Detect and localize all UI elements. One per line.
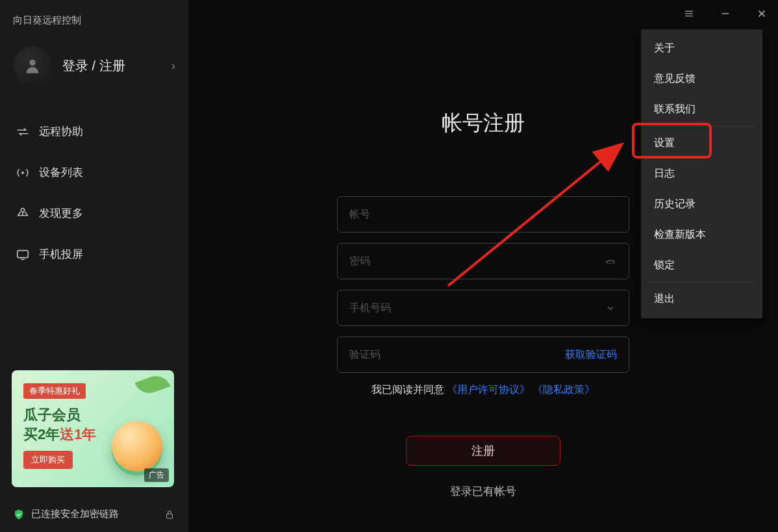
login-existing-link[interactable]: 登录已有帐号 xyxy=(337,484,629,499)
chevron-right-icon: › xyxy=(171,59,175,73)
menu-item-exit[interactable]: 退出 xyxy=(641,284,762,314)
form-title: 帐号注册 xyxy=(337,109,629,138)
swap-icon xyxy=(16,125,30,139)
user-icon xyxy=(23,57,42,75)
menu-item-about[interactable]: 关于 xyxy=(641,33,762,64)
login-register-row[interactable]: 登录 / 注册 › xyxy=(0,40,188,92)
minimize-icon xyxy=(720,8,731,19)
nav-label: 发现更多 xyxy=(39,206,83,221)
code-field-wrap: 获取验证码 xyxy=(337,336,629,373)
menu-item-lock[interactable]: 锁定 xyxy=(641,250,762,281)
lock-icon[interactable] xyxy=(164,509,175,520)
promo-line2-prefix: 买2年 xyxy=(23,426,60,442)
main-panel: 关于 意见反馈 联系我们 设置 日志 历史记录 检查新版本 锁定 退出 帐号注册 xyxy=(188,0,778,532)
phone-field-wrap xyxy=(337,290,629,326)
svg-point-1 xyxy=(21,171,24,173)
nav-list: 远程协助 设备列表 发现更多 手机投屏 xyxy=(0,111,188,275)
hamburger-icon xyxy=(683,8,695,19)
menu-item-history[interactable]: 历史记录 xyxy=(641,189,762,220)
close-icon xyxy=(756,8,768,19)
status-text: 已连接安全加密链路 xyxy=(31,508,119,520)
privacy-policy-link[interactable]: 《隐私政策》 xyxy=(533,384,595,395)
nav-label: 手机投屏 xyxy=(39,247,83,262)
promo-ad-label: 广告 xyxy=(144,468,169,482)
broadcast-icon xyxy=(16,166,30,180)
cast-icon xyxy=(16,247,30,262)
nav-label: 远程协助 xyxy=(39,124,83,139)
nav-remote-assist[interactable]: 远程协助 xyxy=(0,111,188,152)
agree-text: 我已阅读并同意 xyxy=(371,384,447,395)
password-field-wrap xyxy=(337,243,629,279)
chevron-down-icon[interactable] xyxy=(604,301,617,314)
leaf-decoration xyxy=(134,372,170,398)
nav-phone-cast[interactable]: 手机投屏 xyxy=(0,234,188,275)
register-button[interactable]: 注册 xyxy=(406,436,560,466)
satellite-icon xyxy=(16,207,30,221)
shield-check-icon xyxy=(13,509,25,520)
menu-item-feedback[interactable]: 意见反馈 xyxy=(641,64,762,94)
account-field-wrap xyxy=(337,196,629,233)
user-agreement-link[interactable]: 《用户许可协议》 xyxy=(447,384,530,395)
nav-discover-more[interactable]: 发现更多 xyxy=(0,193,188,234)
promo-tag: 春季特惠好礼 xyxy=(23,383,86,399)
menu-item-contact[interactable]: 联系我们 xyxy=(641,94,762,125)
menu-separator xyxy=(647,282,756,283)
get-code-link[interactable]: 获取验证码 xyxy=(565,348,617,362)
minimize-button[interactable] xyxy=(718,6,733,21)
promo-buy-button[interactable]: 立即购买 xyxy=(23,451,73,469)
promo-line2-suffix: 送1年 xyxy=(60,426,96,442)
svg-point-2 xyxy=(21,208,25,212)
password-input[interactable] xyxy=(349,255,597,267)
svg-point-0 xyxy=(29,60,35,66)
eye-closed-icon[interactable] xyxy=(604,255,617,268)
promo-graphic xyxy=(112,421,162,472)
menu-item-check-update[interactable]: 检查新版本 xyxy=(641,220,762,250)
avatar xyxy=(13,46,52,85)
menu-item-logs[interactable]: 日志 xyxy=(641,158,762,189)
nav-device-list[interactable]: 设备列表 xyxy=(0,152,188,193)
menu-separator xyxy=(647,126,756,127)
hamburger-menu-button[interactable] xyxy=(682,6,696,21)
close-button[interactable] xyxy=(755,6,769,21)
login-register-label: 登录 / 注册 xyxy=(62,57,171,75)
code-input[interactable] xyxy=(349,349,565,361)
register-form: 帐号注册 获取验证码 我已阅读并同意 xyxy=(337,109,629,499)
account-input[interactable] xyxy=(349,209,617,220)
titlebar xyxy=(682,6,769,21)
promo-banner[interactable]: 春季特惠好礼 瓜子会员 买2年送1年 立即购买 广告 xyxy=(12,370,174,487)
menu-item-settings[interactable]: 设置 xyxy=(641,128,762,158)
agree-row: 我已阅读并同意 《用户许可协议》 《隐私政策》 xyxy=(337,383,629,397)
sidebar: 向日葵远程控制 登录 / 注册 › 远程协助 设备列表 xyxy=(0,0,188,532)
app-title: 向日葵远程控制 xyxy=(0,9,188,40)
svg-rect-4 xyxy=(167,514,173,518)
nav-label: 设备列表 xyxy=(39,165,83,180)
svg-rect-3 xyxy=(18,250,29,257)
dropdown-menu: 关于 意见反馈 联系我们 设置 日志 历史记录 检查新版本 锁定 退出 xyxy=(641,29,762,318)
phone-input[interactable] xyxy=(349,302,597,314)
status-bar: 已连接安全加密链路 xyxy=(0,500,188,532)
